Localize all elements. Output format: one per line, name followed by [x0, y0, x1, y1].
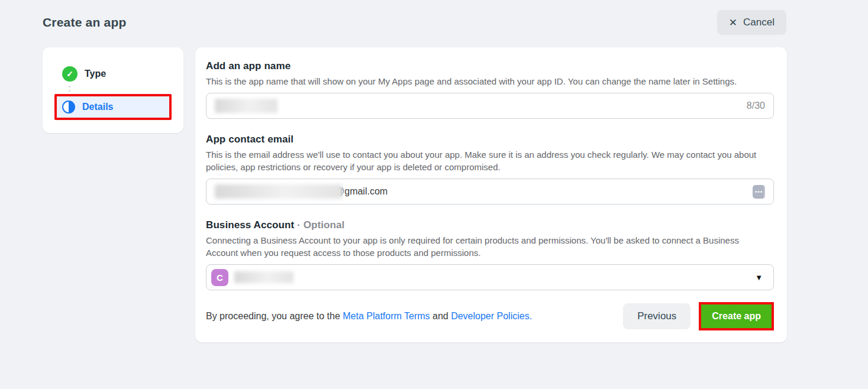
app-name-section: Add an app name This is the app name tha… [206, 60, 774, 119]
redacted-app-name-value [215, 99, 277, 113]
agreement-text: By proceeding, you agree to the Meta Pla… [206, 311, 532, 322]
annotation-box-details: Details [54, 94, 172, 120]
app-name-label: Add an app name [206, 60, 774, 72]
previous-button[interactable]: Previous [623, 303, 690, 329]
step-details[interactable]: Details [57, 96, 169, 118]
business-account-description: Connecting a Business Account to your ap… [206, 234, 765, 259]
half-circle-progress-icon [62, 101, 75, 114]
steps-card: ✓ Type Details [43, 47, 183, 133]
step-type-label: Type [85, 69, 106, 79]
page-title: Create an app [43, 15, 126, 30]
form-footer: By proceeding, you agree to the Meta Pla… [206, 302, 774, 330]
email-domain-text: @gmail.com [335, 186, 388, 197]
business-account-dropdown[interactable]: C ▼ [206, 264, 774, 290]
step-connector-dots [54, 83, 172, 94]
create-app-button[interactable]: Create app [701, 304, 772, 328]
topbar: Create an app ✕ Cancel [0, 0, 868, 43]
business-account-section: Business Account · Optional Connecting a… [206, 219, 774, 290]
check-icon: ✓ [62, 66, 78, 82]
content: ✓ Type Details Add an app name This is t… [0, 43, 868, 342]
app-name-input[interactable]: 8/30 [206, 93, 774, 119]
optional-badge: · Optional [297, 219, 344, 231]
app-name-char-counter: 8/30 [747, 101, 765, 111]
business-account-label: Business Account · Optional [206, 219, 774, 231]
developer-policies-link[interactable]: Developer Policies. [451, 311, 532, 321]
redacted-email-local-part [215, 184, 343, 199]
contact-email-label: App contact email [206, 134, 774, 145]
business-avatar: C [211, 269, 228, 286]
create-app-page: Create an app ✕ Cancel ✓ Type Details Ad… [0, 0, 868, 389]
contact-email-section: App contact email This is the email addr… [206, 134, 774, 205]
footer-actions: Previous Create app [623, 302, 774, 330]
close-icon: ✕ [729, 18, 737, 28]
contact-email-input[interactable]: @gmail.com ••• [206, 179, 774, 205]
contact-email-description: This is the email address we'll use to c… [206, 148, 765, 173]
caret-down-icon: ▼ [755, 273, 763, 282]
details-form-card: Add an app name This is the app name tha… [195, 47, 787, 342]
meta-platform-terms-link[interactable]: Meta Platform Terms [343, 311, 430, 321]
step-type[interactable]: ✓ Type [54, 65, 172, 83]
cancel-button[interactable]: ✕ Cancel [717, 10, 786, 35]
step-details-label: Details [82, 102, 113, 112]
app-name-description: This is the app name that will show on y… [206, 75, 765, 87]
cancel-label: Cancel [743, 17, 775, 28]
redacted-business-name [234, 271, 293, 283]
annotation-box-create-app: Create app [699, 302, 774, 330]
autofill-extension-icon[interactable]: ••• [753, 185, 765, 199]
